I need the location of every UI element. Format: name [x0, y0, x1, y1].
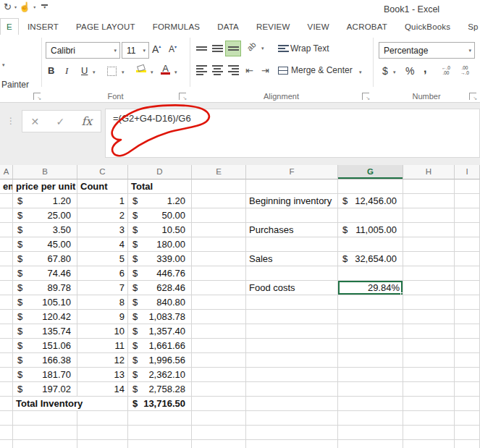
cell-E14[interactable]: [192, 368, 246, 382]
middle-align-button[interactable]: [209, 41, 225, 56]
number-dialog-launcher-icon[interactable]: [469, 93, 476, 100]
increase-decimal-button[interactable]: ←.0 .00: [442, 65, 450, 75]
ribbon-tab-insert[interactable]: INSERT: [19, 18, 67, 35]
cell-B4[interactable]: $3.50: [13, 223, 77, 237]
cell-A7[interactable]: [0, 266, 13, 281]
percent-style-button[interactable]: %: [405, 65, 414, 77]
cell-B12[interactable]: $151.06: [13, 339, 77, 353]
insert-function-icon[interactable]: fx: [81, 114, 92, 128]
cell-B5[interactable]: $45.00: [13, 237, 77, 252]
cell-B15[interactable]: $197.02: [13, 382, 77, 397]
cell-G12[interactable]: [338, 339, 403, 353]
cell-D10[interactable]: $1,083.78: [128, 310, 192, 324]
wrap-text-button[interactable]: Wrap Text: [278, 43, 329, 54]
cell-E8[interactable]: [192, 281, 246, 295]
redo-icon[interactable]: ↻: [3, 1, 12, 12]
orientation-button[interactable]: ab: [247, 42, 256, 51]
cell-E10[interactable]: [192, 310, 246, 324]
cell-G3[interactable]: [338, 208, 403, 223]
cell-F15[interactable]: [246, 382, 338, 397]
cell-G9[interactable]: [338, 295, 403, 310]
decrease-indent-button[interactable]: ⇤: [245, 65, 253, 76]
cell-I19[interactable]: [455, 440, 480, 448]
cell-I12[interactable]: [455, 339, 480, 353]
cell-B16[interactable]: Total Inventory: [13, 397, 77, 411]
cell-D6[interactable]: $339.00: [128, 252, 192, 266]
cell-B18[interactable]: [13, 426, 77, 440]
cell-A11[interactable]: [0, 324, 13, 339]
cell-E16[interactable]: [192, 397, 246, 411]
cell-E18[interactable]: [192, 426, 246, 440]
cell-A10[interactable]: [0, 310, 13, 324]
font-color-dropdown-icon[interactable]: ▾: [174, 69, 177, 75]
column-header-H[interactable]: H: [403, 165, 455, 179]
fill-color-button[interactable]: [136, 65, 146, 72]
cell-C10[interactable]: 9: [77, 310, 128, 324]
cell-D14[interactable]: $2,362.10: [128, 368, 192, 382]
cell-C6[interactable]: 5: [77, 252, 128, 266]
cell-C5[interactable]: 4: [77, 237, 128, 252]
cell-D11[interactable]: $1,357.40: [128, 324, 192, 339]
accounting-dropdown-icon[interactable]: ▾: [393, 69, 396, 75]
cell-E7[interactable]: [192, 266, 246, 281]
cell-F13[interactable]: [246, 353, 338, 368]
cell-A17[interactable]: [0, 411, 13, 426]
cell-I11[interactable]: [455, 324, 480, 339]
top-align-button[interactable]: [193, 41, 209, 56]
cell-D9[interactable]: $840.80: [128, 295, 192, 310]
column-header-F[interactable]: F: [246, 165, 338, 179]
cell-E12[interactable]: [192, 339, 246, 353]
cell-E15[interactable]: [192, 382, 246, 397]
cell-I3[interactable]: [455, 208, 480, 223]
cell-D8[interactable]: $628.46: [128, 281, 192, 295]
cell-E5[interactable]: [192, 237, 246, 252]
cell-A3[interactable]: [0, 208, 13, 223]
cell-B1[interactable]: price per unit: [13, 179, 77, 194]
ribbon-tab-e[interactable]: E: [0, 18, 19, 35]
italic-button[interactable]: I: [65, 65, 68, 77]
touch-mode-icon[interactable]: ☝: [18, 1, 31, 12]
cell-A8[interactable]: [0, 281, 13, 295]
cell-B6[interactable]: $67.80: [13, 252, 77, 266]
grow-font-button[interactable]: A▴: [152, 43, 161, 55]
cell-F12[interactable]: [246, 339, 338, 353]
cell-B17[interactable]: [13, 411, 77, 426]
cell-H10[interactable]: [403, 310, 455, 324]
column-header-C[interactable]: C: [77, 165, 128, 179]
cell-H9[interactable]: [403, 295, 455, 310]
cell-G8[interactable]: 29.84%: [338, 281, 403, 295]
comma-style-button[interactable]: ,: [424, 62, 426, 75]
cell-B3[interactable]: $25.00: [13, 208, 77, 223]
align-center-button[interactable]: [209, 62, 225, 78]
cell-F7[interactable]: [246, 266, 338, 281]
cell-H4[interactable]: [403, 223, 455, 237]
cell-G10[interactable]: [338, 310, 403, 324]
cell-D15[interactable]: $2,758.28: [128, 382, 192, 397]
cell-B7[interactable]: $74.46: [13, 266, 77, 281]
cell-D13[interactable]: $1,996.56: [128, 353, 192, 368]
redo-dropdown-icon[interactable]: ▾: [14, 4, 17, 9]
cell-A1[interactable]: em: [0, 179, 13, 194]
enter-icon[interactable]: ✓: [56, 116, 65, 127]
cell-F8[interactable]: Food costs: [246, 281, 338, 295]
cell-B19[interactable]: [13, 440, 77, 448]
merge-center-dropdown-icon[interactable]: ▾: [359, 69, 362, 75]
cell-H12[interactable]: [403, 339, 455, 353]
cell-G17[interactable]: [338, 411, 403, 426]
cell-C4[interactable]: 3: [77, 223, 128, 237]
cell-F5[interactable]: [246, 237, 338, 252]
cell-F9[interactable]: [246, 295, 338, 310]
cell-A4[interactable]: [0, 223, 13, 237]
cell-H17[interactable]: [403, 411, 455, 426]
cell-A13[interactable]: [0, 353, 13, 368]
column-header-B[interactable]: B: [13, 165, 77, 179]
merge-center-button[interactable]: Merge & Center: [278, 65, 353, 75]
cell-A5[interactable]: [0, 237, 13, 252]
cell-F1[interactable]: [246, 179, 338, 194]
cell-I18[interactable]: [455, 426, 480, 440]
cell-C13[interactable]: 12: [77, 353, 128, 368]
cell-H1[interactable]: [403, 179, 455, 194]
cell-B9[interactable]: $105.10: [13, 295, 77, 310]
cell-E19[interactable]: [192, 440, 246, 448]
cell-H8[interactable]: [403, 281, 455, 295]
